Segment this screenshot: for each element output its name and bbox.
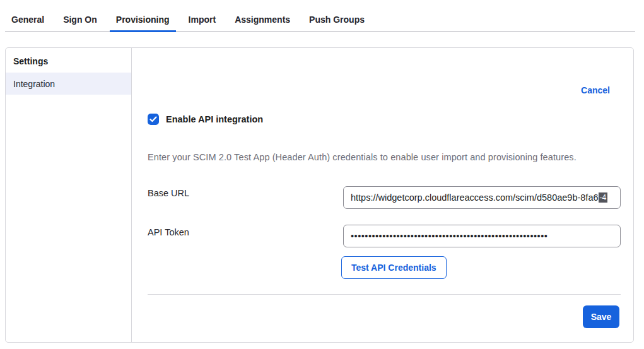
sidebar-item-integration[interactable]: Integration bbox=[6, 73, 131, 95]
integration-form: Cancel Enable API integration Enter your… bbox=[132, 48, 633, 342]
base-url-selected-text: -4 bbox=[599, 192, 608, 203]
settings-sidebar: Settings Integration bbox=[6, 48, 132, 342]
provisioning-panel: Settings Integration Cancel Enable API i… bbox=[5, 47, 634, 343]
base-url-label: Base URL bbox=[148, 188, 189, 198]
enable-api-integration-checkbox[interactable] bbox=[148, 114, 159, 125]
tab-provisioning[interactable]: Provisioning bbox=[110, 15, 176, 32]
base-url-value: https://widgetcorp.cloudflareaccess.com/… bbox=[351, 192, 599, 203]
enable-api-integration-label: Enable API integration bbox=[166, 114, 263, 124]
save-button[interactable]: Save bbox=[583, 305, 619, 328]
tab-push-groups[interactable]: Push Groups bbox=[303, 15, 371, 31]
checkmark-icon bbox=[149, 116, 157, 122]
base-url-input[interactable]: https://widgetcorp.cloudflareaccess.com/… bbox=[343, 186, 621, 209]
tab-general[interactable]: General bbox=[5, 15, 50, 31]
sidebar-item-label: Integration bbox=[13, 79, 55, 89]
provisioning-page: General Sign On Provisioning Import Assi… bbox=[0, 0, 644, 349]
tab-sign-on[interactable]: Sign On bbox=[57, 15, 103, 31]
tab-assignments[interactable]: Assignments bbox=[228, 15, 296, 31]
sidebar-header: Settings bbox=[6, 48, 131, 73]
enable-api-integration-row: Enable API integration bbox=[148, 114, 263, 125]
api-token-label: API Token bbox=[148, 227, 189, 237]
app-tab-bar: General Sign On Provisioning Import Assi… bbox=[5, 15, 635, 32]
credentials-description: Enter your SCIM 2.0 Test App (Header Aut… bbox=[148, 152, 619, 162]
api-token-input[interactable] bbox=[343, 225, 621, 247]
cancel-button[interactable]: Cancel bbox=[581, 85, 610, 95]
test-api-credentials-button[interactable]: Test API Credentials bbox=[341, 256, 447, 279]
tab-import[interactable]: Import bbox=[182, 15, 223, 31]
footer-divider bbox=[148, 294, 621, 295]
